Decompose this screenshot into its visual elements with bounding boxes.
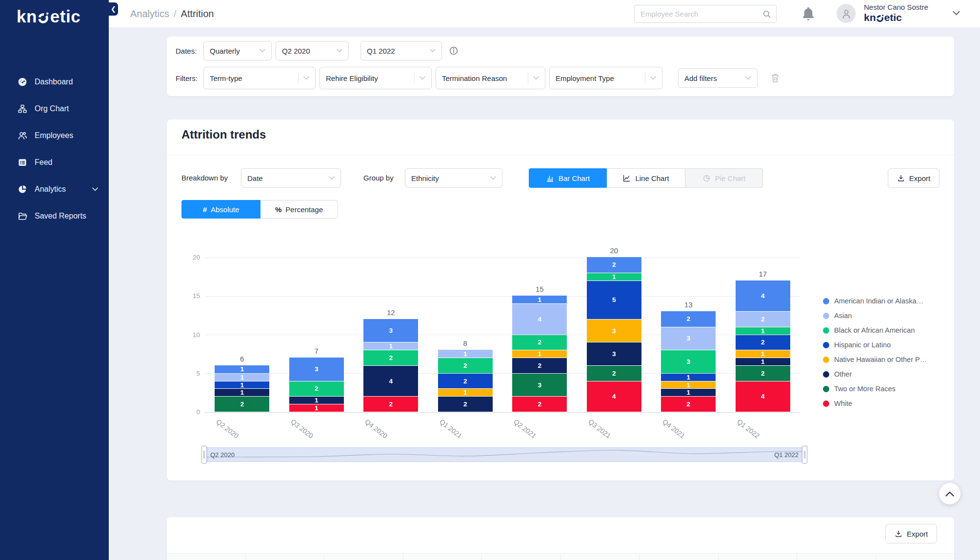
datazoom-slider[interactable]: Q2 2020 Q1 2022 (204, 447, 805, 462)
legend-item-other[interactable]: Other (823, 367, 927, 381)
table-column-header (167, 554, 246, 560)
bar-segment-hispanic-or-latino[interactable]: 1 (215, 381, 269, 389)
bar-segment-white[interactable]: 4 (736, 381, 790, 412)
bar-segment-asian[interactable]: 3 (661, 327, 716, 350)
sidebar-item-analytics[interactable]: Analytics (0, 176, 109, 202)
bar-segment-asian[interactable]: 4 (512, 304, 567, 334)
bar-segment-native-hawaiian-or-other-p[interactable]: 1 (438, 389, 493, 396)
bar-segment-american-indian-or-alaska[interactable]: 2 (661, 311, 716, 327)
bar-segment-black-or-african-american[interactable]: 2 (512, 335, 567, 350)
bar-segment-native-hawaiian-or-other-p[interactable]: 3 (587, 320, 641, 342)
legend-item-hispanic-or-latino[interactable]: Hispanic or Latino (823, 338, 927, 352)
legend-item-white[interactable]: White (823, 396, 927, 411)
sidebar-item-saved-reports[interactable]: Saved Reports (0, 202, 109, 229)
legend-item-american-indian-or-alaska[interactable]: American Indian or Alaska… (823, 294, 927, 308)
start-quarter-select[interactable]: Q2 2020 (276, 41, 349, 60)
tab-bar-chart[interactable]: Bar Chart (529, 168, 607, 188)
sidebar-collapse-button[interactable]: ❮ (109, 2, 118, 16)
bar-segment-other[interactable]: 1 (215, 389, 269, 396)
legend-item-native-hawaiian-or-other-p[interactable]: Native Hawaiian or Other P… (823, 352, 927, 367)
bar-segment-other[interactable]: 3 (587, 342, 641, 365)
breadcrumb-attrition: Attrition (181, 8, 214, 20)
bar-segment-other[interactable]: 2 (438, 397, 493, 412)
add-filters-select[interactable]: Add filters (678, 68, 758, 88)
notifications-bell-icon[interactable] (801, 6, 816, 21)
bar-segment-black-or-african-american[interactable]: 1 (587, 273, 641, 280)
download-icon (897, 174, 905, 182)
bar-segment-american-indian-or-alaska[interactable]: 3 (363, 319, 418, 342)
datazoom-right-handle[interactable] (802, 446, 807, 463)
bar-segment-two-or-more-races[interactable]: 2 (587, 366, 641, 381)
filter-term-type[interactable]: Term-type (203, 67, 316, 89)
filter-rehire-eligibility[interactable]: Rehire Eligibility (320, 67, 432, 89)
bar-segment-black-or-african-american[interactable]: 2 (363, 350, 418, 365)
bar-q4-2020: 1231242 (363, 308, 418, 412)
bar-segment-white[interactable]: 2 (512, 397, 567, 412)
bar-segment-white[interactable]: 1 (289, 404, 344, 412)
legend-item-black-or-african-american[interactable]: Black or African American (823, 323, 927, 338)
bar-segment-native-hawaiian-or-other-p[interactable]: 1 (512, 350, 567, 358)
bar-segment-black-or-african-american[interactable]: 2 (289, 381, 344, 397)
bar-segment-other[interactable]: 1 (736, 358, 790, 365)
table-column-header (246, 554, 325, 560)
bar-segment-other[interactable]: 4 (363, 366, 418, 396)
bar-segment-black-or-african-american[interactable]: 1 (736, 327, 790, 335)
bar-segment-two-or-more-races[interactable]: 2 (215, 397, 269, 412)
bar-segment-american-indian-or-alaska[interactable]: 1 (512, 296, 567, 303)
breadcrumb-analytics[interactable]: Analytics (130, 8, 169, 20)
bar-segment-american-indian-or-alaska[interactable]: 3 (289, 358, 344, 381)
granularity-select[interactable]: Quarterly (203, 41, 272, 60)
legend-item-two-or-more-races[interactable]: Two or More Races (823, 381, 927, 396)
bar-segment-other[interactable]: 1 (289, 397, 344, 404)
bar-segment-white[interactable]: 4 (587, 381, 641, 412)
bar-segment-white[interactable]: 2 (661, 397, 716, 412)
employee-search-input[interactable] (640, 10, 762, 18)
filter-termination-reason[interactable]: Termination Reason (436, 67, 545, 89)
bar-segment-two-or-more-races[interactable]: 2 (736, 366, 790, 381)
sidebar-item-feed[interactable]: Feed (0, 149, 109, 176)
bar-segment-asian[interactable]: 1 (438, 350, 493, 358)
table-column-header (561, 554, 640, 560)
segment-value-label: 1 (315, 404, 319, 412)
end-quarter-select[interactable]: Q1 2022 (360, 41, 442, 60)
bar-segment-black-or-african-american[interactable]: 3 (661, 350, 716, 373)
bar-segment-other[interactable]: 1 (661, 389, 716, 396)
bar-segment-two-or-more-races[interactable]: 3 (512, 374, 567, 397)
export-button[interactable]: Export (888, 168, 940, 188)
legend-item-asian[interactable]: Asian (823, 308, 927, 323)
sidebar-item-employees[interactable]: Employees (0, 122, 109, 149)
bar-segment-hispanic-or-latino[interactable]: 1 (661, 374, 716, 381)
bar-segment-native-hawaiian-or-other-p[interactable]: 1 (661, 381, 716, 389)
bar-segment-hispanic-or-latino[interactable]: 2 (438, 374, 493, 389)
toggle-absolute[interactable]: #Absolute (181, 200, 260, 219)
bar-segment-hispanic-or-latino[interactable]: 5 (587, 281, 641, 319)
sidebar-item-org-chart[interactable]: Org Chart (0, 95, 109, 122)
bar-segment-asian[interactable]: 2 (736, 312, 790, 327)
bar-segment-black-or-african-american[interactable]: 2 (438, 358, 493, 373)
bar-segment-native-hawaiian-or-other-p[interactable]: 1 (736, 350, 790, 358)
scroll-to-top-button[interactable] (939, 483, 960, 504)
bar-segment-white[interactable]: 2 (363, 397, 418, 412)
knoetic-logo[interactable]: knetic (17, 7, 80, 26)
bar-segment-american-indian-or-alaska[interactable]: 1 (215, 365, 269, 373)
datazoom-left-handle[interactable] (201, 446, 207, 463)
user-menu[interactable]: Nestor Cano Sostre knetic (864, 3, 928, 23)
bar-segment-hispanic-or-latino[interactable]: 2 (736, 335, 790, 350)
info-icon[interactable] (449, 46, 459, 56)
trash-icon[interactable] (770, 73, 780, 83)
breakdown-by-select[interactable]: Date (241, 168, 341, 188)
chevron-down-icon[interactable] (953, 11, 960, 16)
filter-employment-type[interactable]: Employment Type (549, 67, 662, 89)
user-avatar[interactable] (837, 4, 856, 23)
search-icon (762, 10, 771, 19)
sidebar-item-dashboard[interactable]: Dashboard (0, 68, 109, 95)
toggle-percentage[interactable]: %Percentage (260, 200, 338, 219)
bar-segment-asian[interactable]: 1 (215, 374, 269, 381)
bar-segment-american-indian-or-alaska[interactable]: 4 (736, 280, 790, 311)
group-by-select[interactable]: Ethnicity (405, 168, 502, 188)
bar-segment-american-indian-or-alaska[interactable]: 2 (587, 257, 641, 273)
bar-segment-asian[interactable]: 1 (363, 342, 418, 350)
table-export-button[interactable]: Export (885, 524, 937, 543)
tab-line-chart[interactable]: Line Chart (606, 168, 685, 188)
bar-segment-other[interactable]: 2 (512, 358, 567, 373)
